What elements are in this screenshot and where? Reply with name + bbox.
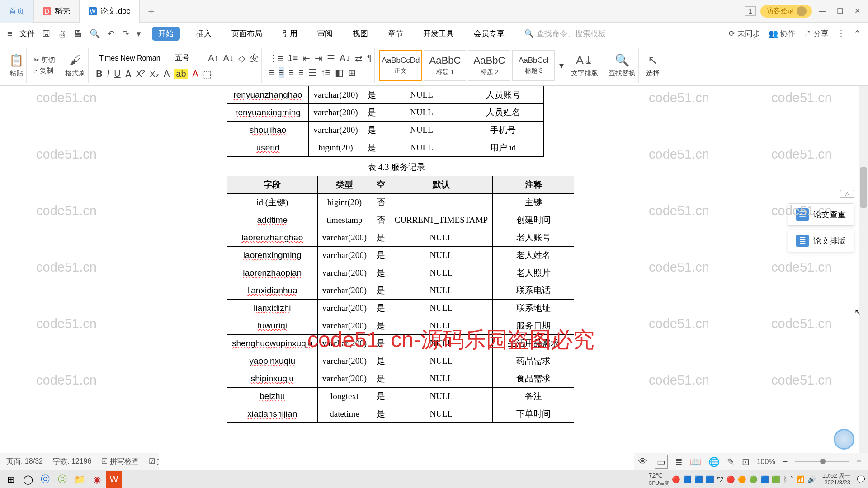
bullets-button[interactable]: ⋮≡ <box>269 53 283 64</box>
distribute-button[interactable]: ☰ <box>308 67 316 78</box>
styles-more-icon[interactable]: ▾ <box>559 60 564 71</box>
guest-login-button[interactable]: 访客登录 <box>760 5 812 18</box>
start-button[interactable]: ⊞ <box>3 471 19 488</box>
eye-care-icon[interactable]: 👁 <box>638 456 647 467</box>
collapse-ribbon-icon[interactable]: ⌃ <box>854 28 861 39</box>
document-area[interactable]: code51.cncode51.cncode51.cncode51.cncode… <box>0 86 868 470</box>
font-select[interactable] <box>96 52 167 65</box>
tray-icon[interactable]: 🟦 <box>760 475 769 483</box>
text-layout-icon[interactable]: A⤓ <box>576 53 594 67</box>
tray-icon[interactable]: 🟦 <box>694 475 703 483</box>
wps-icon[interactable]: W <box>106 471 122 488</box>
menu-vip[interactable]: 会员专享 <box>470 27 508 41</box>
asian-layout-button[interactable]: ☰ <box>327 53 335 64</box>
sync-status[interactable]: ⟳ 未同步 <box>729 28 760 39</box>
tab-button[interactable]: ⇄ <box>355 53 363 64</box>
char-border-button[interactable]: ⬚ <box>203 69 212 80</box>
hamburger-icon[interactable]: ≡ <box>7 29 12 39</box>
zoom-out-button[interactable]: − <box>783 456 788 467</box>
indent-inc-button[interactable]: ⇥ <box>315 53 322 64</box>
scroll-thumb[interactable] <box>860 167 867 208</box>
tray-icon[interactable]: 🟦 <box>683 475 692 483</box>
borders-button[interactable]: ⊞ <box>348 67 356 78</box>
find-replace-button[interactable]: 查找替换 <box>609 69 636 78</box>
redo-icon[interactable]: ↷ <box>122 28 129 39</box>
text-layout-button[interactable]: 文字排版 <box>571 69 598 78</box>
subscript-button[interactable]: X₂ <box>150 69 159 80</box>
tray-icon[interactable]: 🟦 <box>706 475 714 483</box>
style-h1[interactable]: AaBbC标题 1 <box>424 50 466 81</box>
edge-icon[interactable]: ⓔ <box>54 471 71 488</box>
fit-width-icon[interactable]: ⊡ <box>742 456 750 467</box>
edit-mode-icon[interactable]: ✎ <box>727 456 735 467</box>
menu-reference[interactable]: 引用 <box>278 27 301 41</box>
align-right-button[interactable]: ≡ <box>288 67 294 78</box>
temp-widget[interactable]: 72℃CPU温度 <box>649 472 669 487</box>
indent-dec-button[interactable]: ⇤ <box>302 53 310 64</box>
print-icon[interactable]: 🖶 <box>74 29 82 39</box>
strike-button[interactable]: A̵ <box>125 69 132 80</box>
outline-view-icon[interactable]: ≣ <box>675 456 683 467</box>
collab-button[interactable]: 👥 协作 <box>769 28 796 39</box>
numbering-button[interactable]: 1≡ <box>288 53 298 63</box>
style-h2[interactable]: AaBbC标题 2 <box>468 50 510 81</box>
format-brush-button[interactable]: 格式刷 <box>65 69 85 78</box>
style-normal[interactable]: AaBbCcDd正文 <box>379 50 422 81</box>
tray-icon[interactable]: 🟩 <box>772 475 780 483</box>
align-center-button[interactable]: ≡ <box>279 67 284 78</box>
superscript-button[interactable]: X² <box>136 69 145 79</box>
web-view-icon[interactable]: 🌐 <box>708 456 720 467</box>
clock[interactable]: 10:52 周一2021/8/23 <box>822 473 850 486</box>
dropdown-icon[interactable]: ▾ <box>137 28 141 39</box>
ie-icon[interactable]: ⓔ <box>37 471 53 488</box>
size-select[interactable] <box>172 52 203 65</box>
volume-icon[interactable]: 🔊 <box>807 475 816 483</box>
save-as-icon[interactable]: 🖨 <box>58 29 66 39</box>
share-button[interactable]: ↗ 分享 <box>803 28 829 39</box>
tab-add[interactable]: + <box>140 5 162 18</box>
increase-font-icon[interactable]: A↑ <box>208 53 218 63</box>
tray-icon[interactable]: 🟢 <box>749 475 758 483</box>
plagiarism-check-button[interactable]: ☰论文查重 <box>788 203 854 226</box>
text-effect-button[interactable]: A <box>164 69 170 79</box>
tab-home[interactable]: 首页 <box>0 0 34 23</box>
menu-review[interactable]: 审阅 <box>314 27 336 41</box>
command-search[interactable]: 🔍 查找命令、搜索模板 <box>524 28 722 39</box>
zoom-slider[interactable] <box>795 461 849 462</box>
shading-button[interactable]: ◧ <box>335 67 344 78</box>
decrease-font-icon[interactable]: A↓ <box>223 53 234 63</box>
close-button[interactable]: ✕ <box>851 7 863 15</box>
font-color-button[interactable]: A <box>193 69 198 79</box>
spell-check-button[interactable]: ☑ 拼写检查 <box>101 457 138 466</box>
typeset-button[interactable]: ≣论文排版 <box>788 230 854 252</box>
read-view-icon[interactable]: 📖 <box>690 456 701 467</box>
window-count-badge[interactable]: 1 <box>745 6 756 16</box>
underline-button[interactable]: U <box>114 69 120 79</box>
menu-dev[interactable]: 开发工具 <box>420 27 458 41</box>
save-icon[interactable]: 🖫 <box>42 29 51 39</box>
more-icon[interactable]: ⋮ <box>837 28 845 39</box>
word-count[interactable]: 字数: 12196 <box>53 457 91 466</box>
menu-start[interactable]: 开始 <box>152 27 180 41</box>
tray-icon[interactable]: 🛡 <box>717 475 724 483</box>
justify-button[interactable]: ≡ <box>298 67 304 78</box>
format-brush-icon[interactable]: 🖌 <box>70 53 81 67</box>
wifi-icon[interactable]: 📶 <box>796 475 805 483</box>
bold-button[interactable]: B <box>96 69 102 79</box>
cortana-icon[interactable]: ◯ <box>20 471 36 488</box>
line-spacing-button[interactable]: ↕≡ <box>321 67 331 78</box>
tray-up-icon[interactable]: ˄ <box>790 475 793 483</box>
file-menu[interactable]: 文件 <box>19 28 35 39</box>
tray-icon[interactable]: 🔴 <box>672 475 680 483</box>
menu-layout[interactable]: 页面布局 <box>228 27 266 41</box>
explorer-icon[interactable]: 📁 <box>71 471 88 488</box>
paste-button[interactable]: 粘贴 <box>9 69 23 78</box>
select-button[interactable]: 选择 <box>646 69 660 78</box>
tab-document[interactable]: W论文.doc <box>80 0 140 23</box>
cut-button[interactable]: ✂ 剪切 <box>34 56 55 65</box>
bluetooth-icon[interactable]: ᛒ <box>783 475 787 483</box>
paste-icon[interactable]: 📋 <box>9 53 24 67</box>
panel-toggle[interactable]: △ <box>840 190 854 198</box>
menu-view[interactable]: 视图 <box>349 27 372 41</box>
clear-format-icon[interactable]: ◇ <box>238 53 245 64</box>
